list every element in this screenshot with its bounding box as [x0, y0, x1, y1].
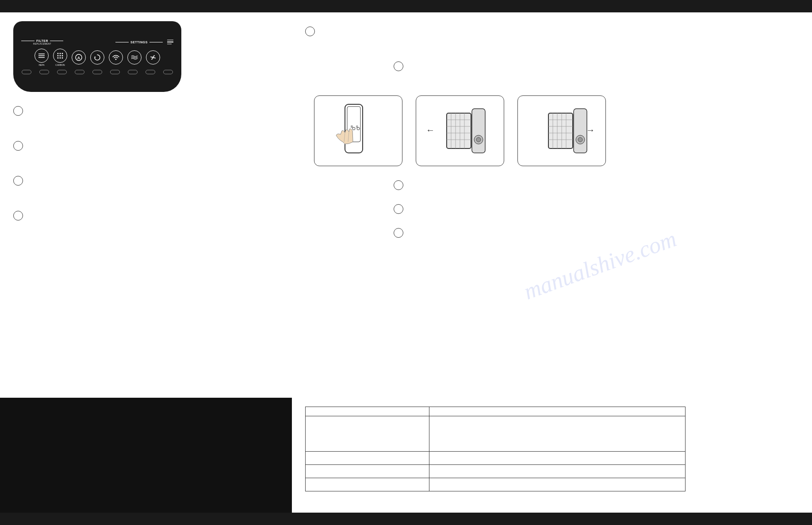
menu-line-2: [167, 42, 173, 42]
right-bullet-circle-2: [394, 61, 403, 71]
bullet-section-right: B 6 ←: [305, 26, 799, 238]
svg-point-11: [62, 57, 63, 58]
panel-btn-6: [110, 70, 120, 74]
bullet-item-2: [13, 140, 279, 151]
svg-rect-17: [345, 104, 363, 153]
settings-line-left: [115, 42, 129, 42]
menu-line-3: [167, 44, 172, 45]
filter-text: FILTER: [36, 39, 48, 42]
step-images-row: B 6 ←: [314, 95, 799, 166]
right-bullet-text-3: [412, 179, 799, 190]
right-bullet-text-5: [412, 227, 799, 238]
right-bullet-text-4: [412, 203, 799, 214]
table-row-3: [306, 465, 686, 478]
top-bar: [0, 0, 812, 12]
fan-icon-group: [146, 50, 160, 65]
right-bullet-text-2: [412, 61, 799, 71]
carbon-icon-group: CARBON: [53, 49, 67, 66]
bullet-circle-1: [13, 106, 23, 116]
control-panel: FILTER REPLACEMENT SETTINGS: [13, 21, 181, 92]
svg-rect-26: [447, 113, 471, 148]
table-cell-3-1: [306, 465, 429, 478]
table-cell-2-1: [306, 452, 429, 465]
svg-point-37: [476, 137, 481, 142]
hepa-icon-group: HEPA: [34, 49, 49, 66]
table-cell-1-2: [429, 416, 685, 452]
panel-btn-4: [75, 70, 84, 74]
table-cell-1-1: [306, 416, 429, 452]
menu-line-1: [167, 40, 173, 41]
carbon-label: CARBON: [55, 64, 65, 66]
table-row-1: [306, 416, 686, 452]
svg-text:←: ←: [426, 125, 435, 135]
panel-line-right: [50, 41, 63, 41]
panel-btn-9: [163, 70, 173, 74]
panel-icons-row: HEPA CARBON: [34, 49, 160, 66]
table-header-row: [306, 407, 686, 416]
bullet-item-4: [13, 210, 279, 221]
table-cell-4-1: [306, 478, 429, 491]
svg-point-15: [115, 58, 117, 60]
table-header-col2: [429, 407, 685, 416]
bullet-circle-4: [13, 211, 23, 221]
bullet-section-left: [13, 105, 279, 221]
table-cell-4-2: [429, 478, 685, 491]
wifi-icon-group: [109, 50, 123, 65]
hepa-icon: [34, 49, 49, 63]
svg-text:B: B: [351, 125, 353, 129]
waves-icon: [127, 50, 142, 65]
settings-label: SETTINGS: [115, 40, 173, 45]
refresh-icon-group: [90, 50, 104, 65]
svg-rect-48: [574, 109, 587, 153]
bullet-item-3: [13, 175, 279, 186]
svg-point-9: [57, 57, 59, 58]
menu-lines: [167, 40, 173, 45]
panel-header: FILTER REPLACEMENT SETTINGS: [21, 39, 173, 45]
panel-button-row: [22, 70, 173, 74]
spec-table: [305, 407, 686, 491]
table-cell-2-2: [429, 452, 685, 465]
svg-point-6: [57, 55, 59, 56]
svg-marker-14: [95, 56, 96, 57]
svg-point-50: [578, 137, 582, 142]
right-bullet-circle-1: [305, 27, 315, 36]
filter-subtext: REPLACEMENT: [33, 42, 51, 45]
table-header-col1: [306, 407, 429, 416]
right-bullet-circle-4: [394, 204, 403, 214]
svg-point-3: [57, 53, 59, 54]
svg-text:6: 6: [356, 125, 358, 129]
step-image-2: ←: [416, 95, 504, 166]
svg-rect-39: [548, 113, 573, 148]
right-bullet-circle-5: [394, 228, 403, 238]
table-row-4: [306, 478, 686, 491]
svg-point-5: [62, 53, 63, 54]
bullet-circle-2: [13, 141, 23, 151]
right-bullet-circle-3: [394, 180, 403, 190]
svg-point-16: [152, 57, 154, 58]
svg-point-7: [60, 55, 61, 56]
svg-text:→: →: [586, 125, 595, 135]
step-image-1: B 6: [314, 95, 402, 166]
fan-icon: [146, 50, 160, 65]
carbon-icon: [53, 49, 67, 63]
panel-btn-1: [22, 70, 31, 74]
svg-point-4: [60, 53, 61, 54]
panel-btn-5: [92, 70, 102, 74]
waves-icon-group: [127, 50, 142, 65]
panel-btn-8: [146, 70, 155, 74]
table-cell-3-2: [429, 465, 685, 478]
table-row-2: [306, 452, 686, 465]
wifi-icon: [109, 50, 123, 65]
hepa-label: HEPA: [38, 64, 44, 66]
bottom-bar: [0, 513, 812, 525]
bottom-left-section: [0, 398, 292, 513]
bottom-right-section: [292, 398, 812, 513]
panel-line-left: [21, 41, 34, 41]
auto-icon-group: A: [72, 50, 86, 65]
bullet-item-1: [13, 105, 279, 116]
right-bullet-text-1: [324, 26, 799, 36]
svg-point-8: [62, 55, 63, 56]
svg-text:A: A: [77, 56, 80, 60]
panel-btn-3: [57, 70, 67, 74]
bullet-circle-3: [13, 176, 23, 186]
